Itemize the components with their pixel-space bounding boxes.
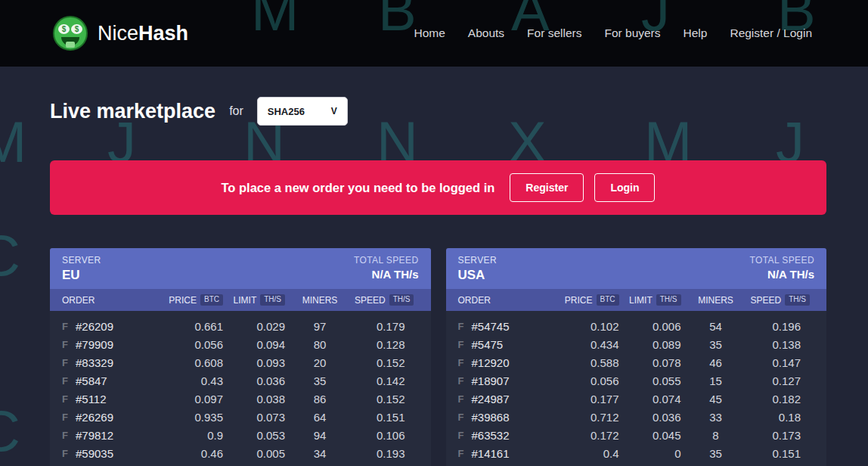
speed-cell: 0.151	[355, 411, 419, 424]
algorithm-select[interactable]: SHA256 V	[257, 97, 348, 126]
dollar-eye-icon	[58, 24, 70, 34]
market-table-usa: SERVER USA TOTAL SPEED N/A TH/s ORDER PR…	[446, 248, 827, 466]
price-cell: 0.172	[549, 429, 619, 442]
brand-logo[interactable]: NiceHash	[53, 16, 188, 51]
price-cell: 0.46	[153, 447, 223, 460]
table-row: F #39868 0.712 0.036 33 0.18	[446, 408, 827, 426]
server-label: SERVER	[62, 255, 101, 266]
order-id: #83329	[76, 356, 113, 369]
ths-badge: TH/S	[656, 294, 681, 306]
column-headers: ORDER PRICEBTC LIMITTH/S MINERS SPEEDTH/…	[446, 289, 827, 311]
speed-cell: 0.142	[355, 374, 419, 387]
price-cell: 0.097	[153, 393, 223, 405]
order-id: #59035	[76, 447, 113, 460]
price-column-header: PRICEBTC	[549, 294, 619, 306]
speed-cell: 0.182	[751, 393, 815, 405]
price-column-label: PRICE	[565, 295, 593, 306]
nav-item-register-login[interactable]: Register / Login	[730, 26, 812, 40]
marketplace-header: Live marketplace for SHA256 V	[50, 97, 826, 126]
miners-cell: 94	[285, 429, 355, 442]
server-label: SERVER	[458, 255, 498, 266]
order-id: #5847	[76, 374, 107, 387]
limit-cell: 0.074	[619, 393, 681, 405]
limit-cell: 0	[619, 447, 681, 460]
limit-cell: 0.036	[223, 374, 285, 387]
ths-badge: TH/S	[785, 294, 810, 306]
price-cell: 0.177	[549, 393, 619, 405]
speed-cell: 0.152	[355, 393, 419, 405]
dollar-eye-icon	[71, 24, 82, 34]
speed-cell: 0.151	[751, 447, 815, 460]
nav-item-for-buyers[interactable]: For buyers	[604, 26, 660, 40]
btc-badge: BTC	[597, 294, 619, 306]
server-block: SERVER EU	[62, 255, 101, 283]
main-content: Live marketplace for SHA256 V To place a…	[50, 97, 826, 466]
algorithm-select-value: SHA256	[268, 106, 305, 117]
server-name: USA	[458, 268, 498, 283]
market-table-eu: SERVER EU TOTAL SPEED N/A TH/s ORDER PRI…	[50, 248, 431, 466]
miners-cell: 35	[681, 447, 751, 460]
limit-cell: 0.045	[619, 429, 681, 442]
limit-cell: 0.036	[619, 411, 681, 424]
order-id: #26269	[76, 411, 113, 424]
row-flag: F	[62, 321, 68, 332]
chevron-down-icon: V	[331, 106, 337, 116]
order-id: #79812	[76, 429, 113, 442]
total-speed-block: TOTAL SPEED N/A TH/s	[354, 255, 419, 281]
row-flag: F	[458, 393, 464, 405]
miners-cell: 35	[285, 374, 355, 387]
row-flag: F	[62, 430, 68, 441]
limit-column-header: LIMITTH/S	[619, 294, 681, 306]
for-label: for	[229, 104, 243, 118]
nav-item-for-sellers[interactable]: For sellers	[527, 26, 581, 40]
order-cell: F #14161	[458, 447, 549, 460]
miners-column-header: MINERS	[681, 295, 751, 306]
login-button[interactable]: Login	[594, 173, 655, 202]
limit-cell: 0.094	[223, 338, 285, 351]
price-cell: 0.056	[153, 338, 223, 351]
row-flag: F	[62, 375, 68, 387]
speed-cell: 0.127	[751, 374, 815, 387]
limit-cell: 0.038	[223, 393, 285, 405]
banner-message: To place a new order you need to be logg…	[222, 181, 495, 195]
order-cell: F #59035	[62, 447, 153, 460]
row-flag: F	[62, 357, 68, 368]
row-flag: F	[62, 393, 68, 405]
limit-cell: 0.089	[619, 338, 681, 351]
order-cell: F #26269	[62, 411, 153, 424]
speed-cell: 0.128	[355, 338, 419, 351]
speed-column-header: SPEEDTH/S	[751, 294, 823, 306]
order-id: #54745	[471, 320, 509, 333]
marketplace-tables: SERVER EU TOTAL SPEED N/A TH/s ORDER PRI…	[50, 248, 826, 466]
nav-item-help[interactable]: Help	[684, 26, 708, 40]
table-body: F #26209 0.661 0.029 97 0.179 F #79909 0…	[50, 311, 431, 466]
nav-item-home[interactable]: Home	[414, 26, 445, 40]
limit-cell: 0.029	[223, 320, 285, 333]
register-button[interactable]: Register	[510, 173, 584, 202]
bg-letter: C	[0, 402, 20, 460]
price-cell: 0.056	[549, 374, 619, 387]
limit-cell: 0.073	[223, 411, 285, 424]
money-face-icon	[53, 16, 88, 51]
price-column-header: PRICEBTC	[153, 294, 223, 306]
total-speed-value: N/A TH/s	[749, 268, 814, 281]
limit-column-label: LIMIT	[234, 295, 257, 306]
speed-cell: 0.18	[751, 411, 815, 424]
total-speed-value: N/A TH/s	[354, 268, 419, 281]
order-id: #14161	[471, 447, 509, 460]
limit-column-header: LIMITTH/S	[223, 294, 285, 306]
miners-cell: 97	[285, 320, 355, 333]
order-column-label: ORDER	[62, 295, 95, 306]
nav-item-abouts[interactable]: Abouts	[468, 26, 504, 40]
row-flag: F	[62, 412, 68, 423]
speed-cell: 0.106	[355, 429, 419, 442]
table-row: F #12920 0.588 0.078 46 0.147	[446, 353, 827, 371]
order-cell: F #12920	[458, 356, 549, 369]
table-row: F #5475 0.434 0.089 35 0.138	[446, 335, 827, 353]
table-row: F #18907 0.056 0.055 15 0.127	[446, 371, 827, 390]
table-row: F #26209 0.661 0.029 97 0.179	[50, 317, 431, 335]
miners-cell: 8	[681, 429, 751, 442]
speed-cell: 0.179	[355, 320, 419, 333]
order-cell: F #63532	[458, 429, 549, 442]
miners-cell: 64	[285, 411, 355, 424]
